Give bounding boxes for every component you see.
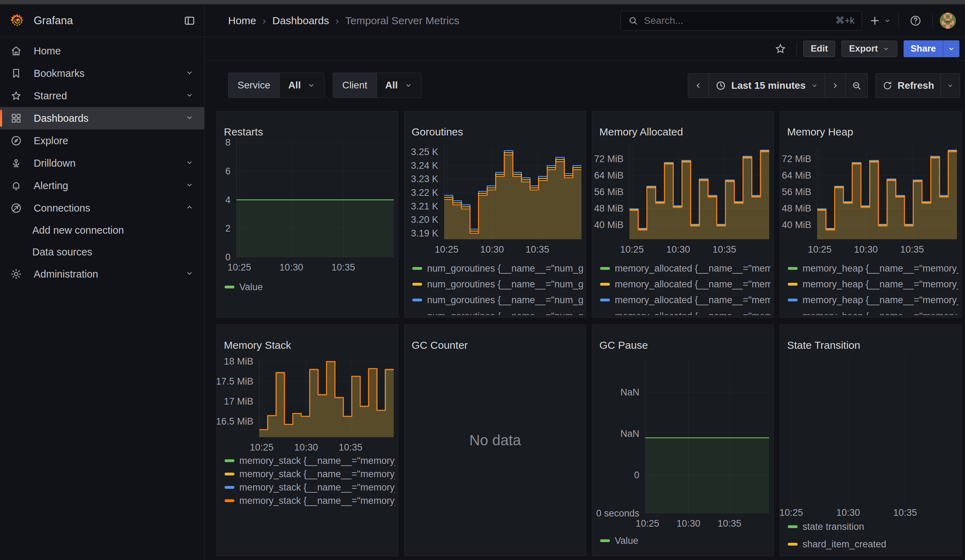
- sidebar-item-label: Administration: [34, 268, 98, 280]
- new-button[interactable]: [869, 15, 891, 27]
- sidebar-item-home[interactable]: Home: [0, 40, 204, 62]
- sidebar-item-add-new-connection[interactable]: Add new connection: [0, 219, 204, 241]
- sidebar-item-administration[interactable]: Administration: [0, 263, 204, 285]
- breadcrumb-home[interactable]: Home: [228, 15, 256, 27]
- y-tick-label: 40 MiB: [594, 219, 623, 230]
- y-tick-label: 0: [225, 252, 231, 263]
- legend-swatch: [224, 459, 234, 462]
- variable-label: Client: [333, 73, 376, 98]
- panel-memory-heap: Memory Heap 72 MiB64 MiB56 MiB48 MiB40 M…: [780, 111, 962, 318]
- legend-item[interactable]: state transition: [788, 521, 958, 532]
- refresh-button[interactable]: Refresh: [875, 73, 941, 98]
- legend-item-clipped: memory_allocated {__name__="memo: [600, 310, 770, 315]
- y-tick-label: 3.25 K: [411, 147, 438, 158]
- legend-item[interactable]: memory_allocated {__name__="memo: [600, 263, 770, 274]
- time-back-button[interactable]: [688, 73, 709, 98]
- y-tick-label: 3.22 K: [411, 188, 438, 198]
- collapse-sidebar-button[interactable]: [180, 11, 199, 31]
- legend-item[interactable]: memory_stack {__name__="memory_s: [224, 469, 395, 479]
- sidebar-item-explore[interactable]: Explore: [0, 129, 204, 152]
- sidebar-item-data-sources[interactable]: Data sources: [0, 241, 204, 263]
- legend-swatch: [224, 486, 234, 489]
- time-controls: Last 15 minutes Refresh: [688, 73, 960, 98]
- variable-value: All: [385, 80, 398, 91]
- grid-icon: [10, 112, 22, 124]
- x-tick-label: 10:25: [227, 262, 251, 273]
- divider: [898, 14, 899, 28]
- legend-item[interactable]: memory_stack {__name__="memory_s: [224, 456, 395, 466]
- template-variables: ServiceAllClientAll: [228, 73, 422, 98]
- breadcrumb-dashboards[interactable]: Dashboards: [272, 15, 329, 27]
- drilldown-icon: [10, 157, 22, 169]
- sidebar-item-bookmarks[interactable]: Bookmarks: [0, 62, 204, 85]
- variable-value-dropdown[interactable]: All: [376, 73, 421, 98]
- y-tick-label: 17 MiB: [224, 396, 254, 407]
- sidebar-item-dashboards[interactable]: Dashboards: [0, 107, 204, 129]
- gear-icon: [10, 268, 22, 280]
- share-menu-button[interactable]: [943, 40, 959, 57]
- zoom-out-button[interactable]: [846, 73, 868, 98]
- chart-plot[interactable]: [784, 355, 957, 503]
- search-box[interactable]: ⌘+k: [620, 11, 862, 31]
- chevron-down-icon: [404, 81, 413, 90]
- sidebar-item-label: Dashboards: [34, 113, 88, 124]
- chevron-down-icon: [185, 113, 194, 122]
- legend-item[interactable]: memory_stack {__name__="memory_s: [224, 482, 395, 493]
- sidebar-item-connections[interactable]: Connections: [0, 197, 204, 219]
- legend-item[interactable]: Value: [600, 536, 770, 546]
- avatar-image: [940, 13, 956, 29]
- star-icon: [10, 90, 22, 102]
- divider: [797, 42, 797, 56]
- bookmark-icon: [10, 67, 22, 79]
- legend-item[interactable]: memory_heap {__name__="memory_h: [788, 279, 958, 289]
- chart-plot[interactable]: [236, 140, 394, 257]
- legend-item[interactable]: Value: [224, 282, 395, 292]
- edit-button[interactable]: Edit: [803, 41, 835, 57]
- dashboard-toolbar: Edit Export Share: [205, 37, 965, 61]
- legend-item[interactable]: num_goroutines {__name__="num_go: [412, 263, 583, 274]
- divider: [932, 14, 933, 28]
- panel-gc-counter: GC Counter No data: [404, 325, 586, 556]
- refresh-interval-button[interactable]: [940, 73, 960, 98]
- chart-memory-stack: 18 MiB17.5 MiB17 MiB16.5 MiB10:2510:3010…: [217, 325, 398, 556]
- x-tick-label: 10:30: [480, 244, 504, 255]
- sidebar-item-drilldown[interactable]: Drilldown: [0, 152, 204, 175]
- chart-plot[interactable]: [645, 360, 769, 513]
- x-tick-label: 10:35: [713, 244, 736, 255]
- help-button[interactable]: [906, 11, 925, 31]
- chart-plot[interactable]: [444, 147, 581, 239]
- y-tick-label: NaN: [620, 428, 640, 439]
- sidebar-item-label: Drilldown: [34, 158, 75, 169]
- legend-swatch: [224, 499, 234, 502]
- sidebar-nav: HomeBookmarksStarredDashboardsExploreDri…: [0, 37, 204, 560]
- legend-item[interactable]: num_goroutines {__name__="num_go: [412, 279, 583, 289]
- avatar[interactable]: [940, 13, 956, 29]
- chart-plot[interactable]: [629, 147, 769, 239]
- chart-plot[interactable]: [259, 358, 394, 437]
- export-button[interactable]: Export: [841, 41, 897, 57]
- legend-item[interactable]: memory_heap {__name__="memory_h: [788, 295, 958, 305]
- variable-value-dropdown[interactable]: All: [279, 73, 324, 98]
- favorite-button[interactable]: [770, 39, 790, 59]
- sidebar-item-starred[interactable]: Starred: [0, 85, 204, 107]
- time-range-picker[interactable]: Last 15 minutes: [708, 73, 825, 98]
- search-input[interactable]: [643, 15, 831, 27]
- star-icon: [774, 42, 787, 55]
- y-tick-label: 0: [634, 469, 640, 480]
- share-button[interactable]: Share: [904, 40, 943, 57]
- grafana-logo[interactable]: [9, 13, 25, 29]
- panel-goroutines: Goroutines 3.25 K3.24 K3.23 K3.22 K3.21 …: [404, 111, 586, 318]
- legend-item[interactable]: num_goroutines {__name__="num_go: [412, 295, 583, 305]
- legend-item[interactable]: memory_stack {__name__="memory_s: [224, 495, 395, 506]
- y-axis: 3.25 K3.24 K3.23 K3.22 K3.21 K3.20 K3.19…: [405, 147, 444, 239]
- legend-item[interactable]: memory_allocated {__name__="memo: [600, 279, 770, 289]
- legend-swatch: [224, 473, 234, 475]
- chart-plot[interactable]: [817, 147, 957, 239]
- legend-label: shard_item_created: [803, 539, 886, 550]
- legend-item[interactable]: memory_heap {__name__="memory_h: [788, 263, 958, 274]
- legend: memory_heap {__name__="memory_hmemory_he…: [788, 263, 958, 315]
- time-forward-button[interactable]: [824, 73, 846, 98]
- legend-item[interactable]: shard_item_created: [788, 539, 958, 550]
- legend-item[interactable]: memory_allocated {__name__="memo: [600, 295, 770, 305]
- sidebar-item-alerting[interactable]: Alerting: [0, 175, 204, 197]
